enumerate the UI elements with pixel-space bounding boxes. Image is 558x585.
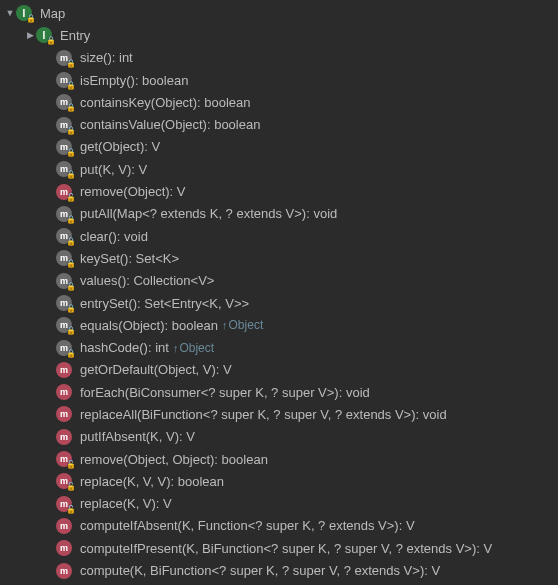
node-label: computeIfPresent(K, BiFunction<? super K… [80, 541, 492, 556]
origin-label: Object [229, 318, 264, 332]
method-icon: 🔒 [56, 228, 72, 244]
method-icon: 🔒 [56, 72, 72, 88]
node-label: compute(K, BiFunction<? super K, ? super… [80, 563, 440, 578]
tree-row-method[interactable]: 🔓remove(Object): V [0, 180, 558, 202]
tree-row-method[interactable]: replaceAll(BiFunction<? super K, ? super… [0, 403, 558, 425]
tree-row-method[interactable]: 🔒putAll(Map<? extends K, ? extends V>): … [0, 203, 558, 225]
node-label: getOrDefault(Object, V): V [80, 362, 232, 377]
node-label: containsKey(Object): boolean [80, 95, 251, 110]
tree-row-method[interactable]: 🔒containsValue(Object): boolean [0, 113, 558, 135]
lock-icon: 🔒 [66, 215, 76, 224]
lock-icon: 🔒 [66, 304, 76, 313]
tree-row-method[interactable]: putIfAbsent(K, V): V [0, 426, 558, 448]
tree-row-method[interactable]: 🔒containsKey(Object): boolean [0, 91, 558, 113]
method-icon: 🔓 [56, 473, 72, 489]
tree-row-method[interactable]: 🔒entrySet(): Set<Entry<K, V>> [0, 292, 558, 314]
lock-icon: 🔒 [66, 81, 76, 90]
lock-icon: 🔒 [66, 237, 76, 246]
tree-row-method[interactable]: compute(K, BiFunction<? super K, ? super… [0, 559, 558, 581]
unlock-icon: 🔓 [66, 482, 76, 491]
node-label: putIfAbsent(K, V): V [80, 429, 195, 444]
lock-icon: 🔒 [66, 326, 76, 335]
method-icon: 🔓 [56, 496, 72, 512]
structure-tree: ▼🔒Map▶🔒Entry🔒size(): int🔒isEmpty(): bool… [0, 2, 558, 585]
node-label: putAll(Map<? extends K, ? extends V>): v… [80, 206, 337, 221]
tree-row-method[interactable]: 🔒values(): Collection<V> [0, 270, 558, 292]
node-label: Map [40, 6, 65, 21]
node-label: computeIfAbsent(K, Function<? super K, ?… [80, 518, 415, 533]
method-icon [56, 540, 72, 556]
method-icon: 🔒 [56, 161, 72, 177]
tree-row-method[interactable]: 🔒hashCode(): int↑Object [0, 336, 558, 358]
tree-row-method[interactable]: 🔒isEmpty(): boolean [0, 69, 558, 91]
node-label: values(): Collection<V> [80, 273, 214, 288]
interface-icon: 🔒 [16, 5, 32, 21]
override-up-icon: ↑ [173, 342, 179, 354]
lock-icon: 🔒 [66, 282, 76, 291]
tree-row-method[interactable]: forEach(BiConsumer<? super K, ? super V>… [0, 381, 558, 403]
lock-icon: 🔒 [66, 170, 76, 179]
method-icon: 🔒 [56, 117, 72, 133]
lock-icon: 🔒 [46, 36, 56, 45]
node-label: hashCode(): int [80, 340, 169, 355]
node-label: put(K, V): V [80, 162, 147, 177]
node-label: get(Object): V [80, 139, 160, 154]
method-icon [56, 362, 72, 378]
node-label: clear(): void [80, 229, 148, 244]
tree-row-method[interactable]: 🔒get(Object): V [0, 136, 558, 158]
method-icon: 🔒 [56, 250, 72, 266]
method-icon [56, 384, 72, 400]
lock-icon: 🔒 [66, 126, 76, 135]
method-icon [56, 406, 72, 422]
method-icon: 🔒 [56, 295, 72, 311]
node-label: remove(Object, Object): boolean [80, 452, 268, 467]
tree-row-method[interactable]: 🔓replace(K, V, V): boolean [0, 470, 558, 492]
method-icon: 🔓 [56, 451, 72, 467]
origin-label: Object [179, 341, 214, 355]
override-up-icon: ↑ [222, 319, 228, 331]
lock-icon: 🔒 [66, 259, 76, 268]
node-label: containsValue(Object): boolean [80, 117, 260, 132]
node-label: equals(Object): boolean [80, 318, 218, 333]
method-icon: 🔒 [56, 50, 72, 66]
tree-row-method[interactable]: 🔓remove(Object, Object): boolean [0, 448, 558, 470]
method-icon [56, 429, 72, 445]
lock-icon: 🔒 [66, 349, 76, 358]
node-label: remove(Object): V [80, 184, 185, 199]
method-icon: 🔓 [56, 184, 72, 200]
node-label: size(): int [80, 50, 133, 65]
node-label: replace(K, V, V): boolean [80, 474, 224, 489]
method-icon: 🔒 [56, 340, 72, 356]
node-label: entrySet(): Set<Entry<K, V>> [80, 296, 249, 311]
node-label: keySet(): Set<K> [80, 251, 179, 266]
tree-row-method[interactable]: 🔒clear(): void [0, 225, 558, 247]
tree-row-method[interactable]: computeIfAbsent(K, Function<? super K, ?… [0, 515, 558, 537]
lock-icon: 🔒 [66, 148, 76, 157]
tree-row-method[interactable]: getOrDefault(Object, V): V [0, 359, 558, 381]
expand-arrow-icon[interactable]: ▼ [4, 8, 16, 18]
tree-row-method[interactable]: 🔒put(K, V): V [0, 158, 558, 180]
method-icon: 🔒 [56, 273, 72, 289]
method-icon [56, 518, 72, 534]
expand-arrow-icon[interactable]: ▶ [24, 30, 36, 40]
tree-row-method[interactable]: computeIfPresent(K, BiFunction<? super K… [0, 537, 558, 559]
lock-icon: 🔒 [26, 14, 36, 23]
method-icon: 🔒 [56, 139, 72, 155]
tree-row-method[interactable]: 🔒size(): int [0, 47, 558, 69]
tree-row-method[interactable]: 🔒keySet(): Set<K> [0, 247, 558, 269]
tree-row-method[interactable]: 🔓replace(K, V): V [0, 493, 558, 515]
unlock-icon: 🔓 [66, 193, 76, 202]
method-icon: 🔒 [56, 94, 72, 110]
tree-row-method[interactable]: 🔒equals(Object): boolean↑Object [0, 314, 558, 336]
node-label: forEach(BiConsumer<? super K, ? super V>… [80, 385, 370, 400]
method-icon: 🔒 [56, 206, 72, 222]
tree-row-root[interactable]: ▼🔒Map [0, 2, 558, 24]
method-icon [56, 563, 72, 579]
node-label: Entry [60, 28, 90, 43]
unlock-icon: 🔓 [66, 505, 76, 514]
node-label: isEmpty(): boolean [80, 73, 188, 88]
interface-icon: 🔒 [36, 27, 52, 43]
unlock-icon: 🔓 [66, 460, 76, 469]
tree-row-interface[interactable]: ▶🔒Entry [0, 24, 558, 46]
node-label: replace(K, V): V [80, 496, 172, 511]
